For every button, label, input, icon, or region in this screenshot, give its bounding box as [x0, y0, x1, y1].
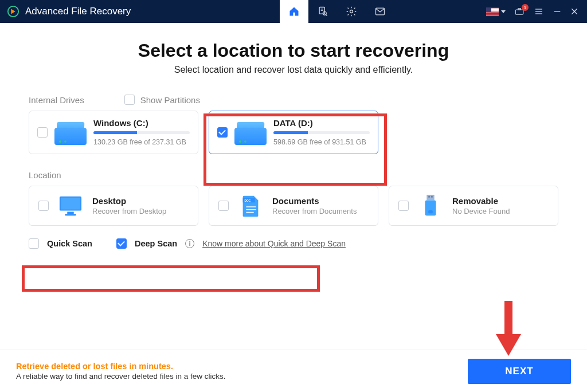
svg-rect-8 — [515, 10, 523, 14]
document-search-icon — [317, 6, 328, 17]
mail-icon — [374, 6, 386, 17]
flag-us-icon — [486, 7, 499, 15]
desktop-sub: Recover from Desktop — [92, 207, 166, 215]
svg-rect-19 — [65, 214, 76, 216]
drive-c-checkbox[interactable] — [37, 127, 48, 138]
svg-text:DOC: DOC — [245, 199, 251, 202]
svg-rect-30 — [504, 301, 512, 335]
svg-point-6 — [350, 10, 353, 13]
svg-rect-18 — [67, 212, 73, 214]
drive-c-name: Windows (C:) — [93, 118, 190, 128]
window-controls: 1 — [486, 0, 587, 23]
drive-d-name: DATA (D:) — [273, 118, 370, 128]
location-card-desktop[interactable]: Desktop Recover from Desktop — [29, 186, 198, 226]
drives-section-header: Internal Drives Show Partitions — [29, 95, 558, 105]
menu-button[interactable] — [533, 7, 545, 16]
documents-title: Documents — [272, 196, 357, 206]
notification-badge: 1 — [522, 4, 529, 11]
page-subtitle: Select location and recover lost data qu… — [29, 65, 558, 75]
quick-scan-label: Quick Scan — [47, 239, 92, 248]
footer-headline: Retrieve deleted or lost files in minute… — [16, 362, 225, 371]
chevron-down-icon — [501, 10, 506, 13]
minimize-icon — [553, 7, 562, 16]
show-partitions-checkbox[interactable] — [124, 95, 135, 105]
show-partitions-label: Show Partitions — [140, 95, 200, 105]
scan-options-row: Quick Scan Deep Scan i Know more about Q… — [29, 238, 558, 249]
documents-sub: Recover from Documents — [272, 207, 357, 215]
gear-icon — [346, 6, 357, 17]
drive-d-checkbox[interactable] — [217, 127, 228, 138]
removable-sub: No Device Found — [452, 207, 510, 215]
footer-sub: A reliable way to find and recover delet… — [16, 372, 225, 381]
svg-rect-29 — [428, 210, 433, 214]
document-icon: DOC — [237, 194, 264, 217]
svg-line-5 — [326, 14, 327, 15]
internal-drives-label: Internal Drives — [29, 95, 84, 105]
info-icon: i — [185, 239, 194, 248]
scan-info-link[interactable]: Know more about Quick and Deep Scan — [202, 239, 346, 248]
drive-d-sub: 598.69 GB free of 931.51 GB — [273, 138, 370, 147]
drive-card-d[interactable]: DATA (D:) 598.69 GB free of 931.51 GB — [209, 111, 378, 154]
home-icon — [288, 6, 300, 17]
close-button[interactable] — [570, 7, 579, 16]
deep-scan-label: Deep Scan — [135, 239, 177, 248]
page-title: Select a location to start recovering — [29, 40, 558, 61]
highlight-box-scan-options — [22, 265, 320, 292]
removable-title: Removable — [452, 196, 510, 206]
tab-mail[interactable] — [366, 0, 394, 23]
app-title: Advanced File Recovery — [25, 6, 131, 17]
drive-c-sub: 130.23 GB free of 237.31 GB — [93, 138, 190, 147]
drives-row: Windows (C:) 130.23 GB free of 237.31 GB… — [29, 111, 558, 154]
tab-scan-detail[interactable] — [308, 0, 337, 23]
removable-checkbox[interactable] — [398, 201, 409, 211]
close-icon — [570, 7, 579, 16]
monitor-icon — [57, 194, 84, 217]
nav-tabs — [280, 0, 394, 23]
svg-rect-27 — [431, 196, 433, 198]
drive-card-c[interactable]: Windows (C:) 130.23 GB free of 237.31 GB — [29, 111, 198, 154]
svg-rect-26 — [428, 196, 430, 198]
location-section-label: Location — [29, 170, 558, 180]
svg-rect-25 — [426, 195, 434, 201]
drive-icon — [234, 120, 267, 145]
titlebar: Advanced File Recovery 1 — [0, 0, 587, 23]
usb-icon — [417, 194, 444, 217]
location-card-documents[interactable]: DOC Documents Recover from Documents — [209, 186, 378, 226]
tab-home[interactable] — [280, 0, 308, 23]
language-selector[interactable] — [486, 7, 506, 15]
drive-icon — [54, 120, 87, 145]
app-logo-icon — [6, 4, 21, 19]
location-row: Desktop Recover from Desktop DOC Documen… — [29, 186, 558, 226]
next-button[interactable]: NEXT — [468, 359, 571, 384]
footer: Retrieve deleted or lost files in minute… — [0, 350, 587, 392]
desktop-title: Desktop — [92, 196, 166, 206]
documents-checkbox[interactable] — [218, 201, 229, 211]
svg-rect-9 — [518, 9, 521, 10]
main-content: Select a location to start recovering Se… — [0, 23, 587, 249]
hamburger-icon — [533, 7, 545, 16]
desktop-checkbox[interactable] — [38, 201, 49, 211]
quick-scan-checkbox[interactable] — [29, 238, 39, 249]
deep-scan-checkbox[interactable] — [116, 238, 127, 249]
minimize-button[interactable] — [553, 7, 562, 16]
toolbox-button[interactable]: 1 — [514, 6, 525, 17]
svg-rect-17 — [61, 198, 80, 210]
location-card-removable[interactable]: Removable No Device Found — [389, 186, 558, 226]
tab-settings[interactable] — [337, 0, 366, 23]
